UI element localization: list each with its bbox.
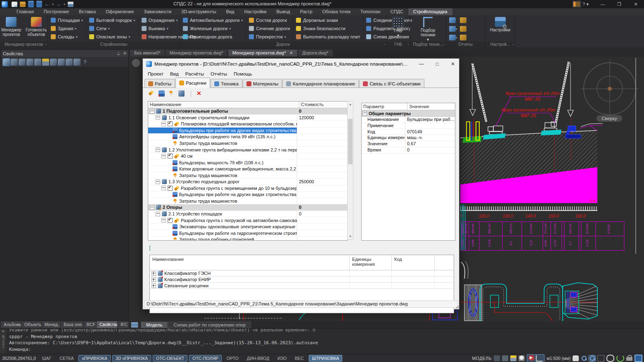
expand-icon[interactable]	[156, 115, 160, 120]
ribbon-button-composition[interactable]: Состав дороги	[249, 16, 290, 24]
tree-row[interactable]: 1.3 Устройство подъездных дорог250000	[148, 179, 347, 185]
ribbon-tab-11[interactable]: Облака точек	[317, 8, 356, 15]
expand-icon[interactable]	[156, 180, 160, 184]
ucs-icon[interactable]	[536, 355, 543, 362]
param-value[interactable]: Бульдозеры при работе …	[405, 117, 455, 123]
param-value[interactable]: 0	[405, 147, 455, 153]
ribbon-button-gnb[interactable]: ГНБ▾	[386, 17, 410, 38]
save-icon[interactable]	[28, 1, 34, 7]
param-row[interactable]: Примечание	[362, 123, 455, 129]
snap-lamp-icon[interactable]	[510, 355, 516, 361]
dialog-tab-works[interactable]: Работы	[144, 79, 175, 88]
expand-icon[interactable]	[156, 212, 160, 216]
tree-row[interactable]: 1.2 Уплотнение грунта вибрационными катк…	[148, 147, 347, 153]
toggle-3d-опривязка[interactable]: 3D оПРИВЯЗКА	[112, 355, 151, 362]
dialog-minimize-button[interactable]: —	[415, 60, 428, 68]
tree-row[interactable]: Затраты труда машинистов	[148, 198, 347, 205]
ribbon-button-walk-road[interactable]: Пешеходная дорога	[183, 33, 243, 41]
toggle-изо[interactable]: ИЗО	[274, 355, 290, 362]
fullscreen-icon[interactable]	[635, 355, 642, 362]
tree-row[interactable]: 1.1 Освоение строительной площадки120000	[148, 115, 347, 121]
toggle-штриховка[interactable]: ШТРИХОВКА	[309, 355, 343, 362]
param-value[interactable]	[405, 123, 455, 129]
dock-tab-1[interactable]: Альбомы	[1, 321, 21, 328]
checkbox[interactable]	[168, 154, 173, 159]
ribbon-button-section[interactable]: Сечение дороги	[249, 24, 290, 33]
param-value[interactable]: 070149	[405, 129, 455, 135]
param-row[interactable]: Код070149	[362, 129, 455, 135]
dialog-tab-ifc[interactable]: Связь с IFC-объектами	[359, 79, 424, 88]
checkbox[interactable]	[168, 121, 173, 126]
bulb-icon[interactable]	[519, 355, 525, 361]
close-cmd-icon[interactable]: ✕	[0, 329, 6, 334]
forward-arrow-icon[interactable]: ▾	[64, 2, 65, 7]
resize-grip[interactable]: ◢	[455, 304, 459, 309]
report-grid-icon[interactable]	[460, 35, 471, 41]
layout-list-icon[interactable]	[131, 322, 138, 328]
dialog-maximize-button[interactable]: □	[431, 60, 443, 68]
model-space-label[interactable]: МОДЕЛЬ	[472, 356, 492, 361]
tree-row[interactable]: Катки дорожные самоходные вибрационные, …	[148, 166, 347, 173]
ribbon-button-crane[interactable]: Подбор техники▾	[416, 17, 440, 42]
lock-ui-icon[interactable]	[626, 357, 632, 361]
pan-icon[interactable]	[573, 355, 579, 361]
expand-icon[interactable]	[150, 205, 154, 210]
orbit-icon[interactable]	[606, 355, 614, 362]
tree-row[interactable]: Планировка площадей механизированным спо…	[148, 121, 347, 128]
ribbon-button-building[interactable]: Здания▾	[51, 24, 83, 33]
dialog-menu-4[interactable]: Отчёты	[207, 71, 230, 76]
ribbon-tab-5[interactable]: Зависимости	[139, 8, 176, 15]
dock-tab-6[interactable]: Свойства	[97, 321, 118, 328]
param-group-header[interactable]: Общие параметры	[362, 110, 455, 117]
tree-row[interactable]: 2 Опоры0	[148, 204, 347, 211]
classifier-row[interactable]: Классификатор ЕНИР	[150, 277, 454, 283]
ribbon-button-camp[interactable]: Бытовой городок▾	[89, 16, 135, 24]
ribbon-button-danger[interactable]: Опасные зоны▾	[89, 33, 135, 41]
ribbon-tab-1[interactable]: Главная	[12, 8, 39, 15]
save-as-icon[interactable]	[36, 1, 42, 7]
quick-select-icon[interactable]	[50, 59, 57, 66]
ribbon-tab-6[interactable]: 3D-инструменты	[176, 8, 221, 15]
dialog-tab-rates[interactable]: Расценки	[175, 78, 210, 88]
close-button[interactable]: ✕	[627, 0, 644, 8]
expand-icon[interactable]	[152, 284, 156, 288]
dialog-launcher-icon[interactable]: ⌐	[407, 42, 409, 47]
deselect-icon[interactable]	[73, 59, 80, 66]
dialog-close-button[interactable]: ✕	[447, 60, 459, 68]
dialog-launcher-icon[interactable]: ⌐	[443, 42, 445, 47]
ribbon-tab-4[interactable]: Оформление	[101, 8, 139, 15]
dock-tab-4[interactable]: База эле...	[61, 321, 83, 328]
close-tab-icon[interactable]: ✕	[289, 50, 293, 55]
workspace-icon[interactable]	[573, 1, 581, 7]
capture-select-icon[interactable]	[26, 59, 33, 66]
add-machine-icon[interactable]	[159, 90, 165, 97]
filter-icon[interactable]	[42, 59, 49, 66]
tree-row[interactable]: Бульдозеры при работе на других видах ст…	[148, 192, 347, 198]
ribbon-tab-8[interactable]: Настройки	[239, 8, 272, 15]
close-panel-icon[interactable]: ✕	[123, 51, 127, 56]
dock-tab-5[interactable]: BCF	[84, 321, 97, 328]
document-tab-3[interactable]: Менеджер проектов.dwg*✕	[228, 50, 297, 57]
ribbon-button-warehouse[interactable]: Склады▾	[51, 33, 83, 41]
report-icon[interactable]	[449, 17, 460, 24]
classifier-row[interactable]: Связанные расценки	[150, 283, 454, 289]
tree-row[interactable]: 40 см	[148, 153, 347, 160]
param-row[interactable]: Время0	[362, 147, 455, 154]
ribbon-tab-7[interactable]: Вид	[221, 8, 239, 15]
add-material-icon[interactable]	[178, 90, 185, 97]
report-doc-icon[interactable]	[460, 26, 471, 33]
regen-icon[interactable]	[616, 355, 624, 362]
scrollbar-thumb[interactable]	[348, 119, 353, 164]
panel-collapse-button[interactable]	[132, 59, 140, 67]
ribbon-tab-2[interactable]: Построение	[39, 8, 74, 15]
zoom-icon[interactable]	[581, 355, 587, 361]
snap-disabled-icon[interactable]	[528, 355, 535, 361]
dialog-menu-3[interactable]: Расчёты	[182, 71, 207, 76]
toggle-отс-поляр[interactable]: ОТС-ПОЛЯР	[189, 355, 222, 362]
pointer-icon[interactable]	[66, 59, 73, 66]
new-doc-icon[interactable]	[149, 245, 150, 251]
restore-button[interactable]: ❐	[611, 0, 627, 8]
add-rate-icon[interactable]	[149, 90, 155, 97]
new-file-icon[interactable]	[12, 2, 17, 7]
select-icon[interactable]	[11, 59, 18, 66]
